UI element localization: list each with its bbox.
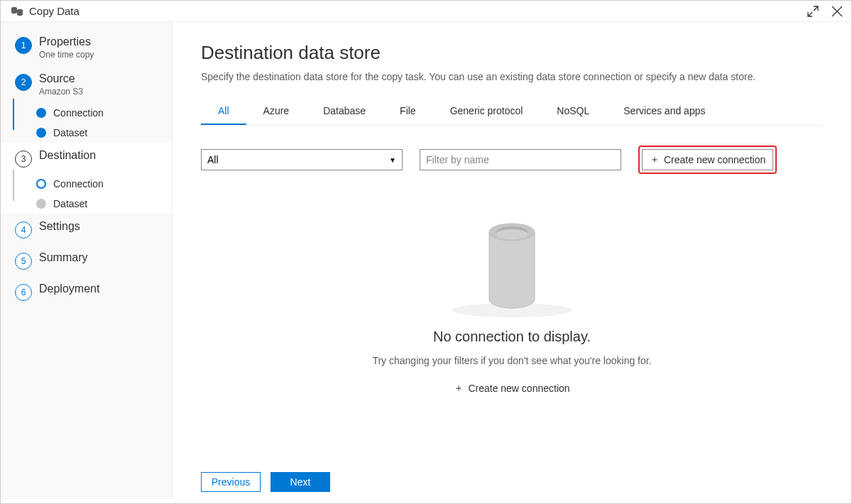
step-title: Settings <box>39 220 80 233</box>
tab-services-apps[interactable]: Services and apps <box>606 99 722 125</box>
sidebar-step-properties[interactable]: 1 Properties One time copy <box>1 29 172 66</box>
step-number: 1 <box>15 37 32 54</box>
substep-dot-icon <box>36 108 46 118</box>
copy-data-icon <box>11 6 23 16</box>
close-icon[interactable] <box>831 6 843 17</box>
empty-state-subtitle: Try changing your filters if you don't s… <box>372 355 651 366</box>
step-number: 2 <box>15 74 32 91</box>
category-tabs: All Azure Database File Generic protocol… <box>201 99 823 126</box>
titlebar-left: Copy Data <box>11 5 80 17</box>
substep-dot-icon <box>36 128 46 138</box>
page-title: Destination data store <box>201 42 823 64</box>
footer-buttons: Previous Next <box>201 472 330 492</box>
step-title: Deployment <box>39 283 99 295</box>
create-connection-label: Create new connection <box>664 154 765 165</box>
plus-icon: ＋ <box>454 382 464 395</box>
sidebar-step-summary[interactable]: 5 Summary <box>1 245 172 276</box>
step-title: Source <box>39 72 83 85</box>
next-button[interactable]: Next <box>271 472 330 492</box>
svg-point-6 <box>540 307 569 314</box>
titlebar-right <box>807 6 843 17</box>
sidebar-step-destination[interactable]: 3 Destination <box>1 143 172 174</box>
substep-label: Dataset <box>53 198 87 209</box>
page-description: Specify the destination data store for t… <box>201 71 823 82</box>
empty-link-label: Create new connection <box>468 383 569 394</box>
sidebar-substep-source-connection[interactable]: Connection <box>36 103 172 123</box>
plus-icon: ＋ <box>650 153 660 166</box>
sidebar-substep-destination-connection[interactable]: Connection <box>36 174 172 194</box>
step-subtitle: One time copy <box>39 50 94 60</box>
empty-state-title: No connection to display. <box>433 329 591 345</box>
sidebar-substep-source-dataset[interactable]: Dataset <box>36 123 172 143</box>
main-content: Destination data store Specify the desti… <box>173 22 851 499</box>
expand-icon[interactable] <box>807 6 819 17</box>
previous-button[interactable]: Previous <box>201 472 261 492</box>
tab-database[interactable]: Database <box>306 99 383 125</box>
sidebar-step-settings[interactable]: 4 Settings <box>1 214 172 245</box>
step-title: Destination <box>39 149 96 162</box>
titlebar-title: Copy Data <box>29 5 80 17</box>
tab-nosql[interactable]: NoSQL <box>540 99 606 125</box>
sidebar-substep-destination-dataset[interactable]: Dataset <box>36 194 172 214</box>
titlebar: Copy Data <box>1 1 851 22</box>
substep-label: Connection <box>53 107 104 119</box>
database-empty-icon <box>441 204 583 324</box>
tab-azure[interactable]: Azure <box>246 99 307 125</box>
empty-create-connection-link[interactable]: ＋ Create new connection <box>454 382 569 395</box>
step-title: Summary <box>39 251 87 264</box>
highlight-annotation: ＋ Create new connection <box>638 146 777 174</box>
filter-by-name-input[interactable] <box>420 149 621 170</box>
empty-state: No connection to display. Try changing y… <box>201 204 823 395</box>
svg-point-5 <box>461 307 492 314</box>
tab-generic-protocol[interactable]: Generic protocol <box>433 99 540 125</box>
sidebar-step-deployment[interactable]: 6 Deployment <box>1 276 172 307</box>
tab-file[interactable]: File <box>383 99 433 125</box>
substep-dot-icon <box>36 199 46 209</box>
create-new-connection-button[interactable]: ＋ Create new connection <box>642 149 773 170</box>
substep-label: Connection <box>53 178 104 190</box>
svg-point-9 <box>496 229 528 239</box>
step-number: 6 <box>15 284 32 301</box>
substep-label: Dataset <box>53 127 87 138</box>
substep-dot-icon <box>36 179 46 189</box>
sidebar-step-source[interactable]: 2 Source Amazon S3 <box>1 66 172 103</box>
step-number: 4 <box>15 221 32 239</box>
sidebar: 1 Properties One time copy 2 Source Amaz… <box>1 22 173 499</box>
filter-row: All ▼ ＋ Create new connection <box>201 146 823 174</box>
chevron-down-icon: ▼ <box>389 156 396 164</box>
step-subtitle: Amazon S3 <box>39 87 83 97</box>
tab-all[interactable]: All <box>201 99 246 125</box>
step-number: 3 <box>15 150 32 168</box>
step-title: Properties <box>39 35 94 48</box>
filter-select[interactable]: All ▼ <box>201 149 403 170</box>
step-number: 5 <box>15 253 32 270</box>
filter-select-value: All <box>207 154 219 165</box>
